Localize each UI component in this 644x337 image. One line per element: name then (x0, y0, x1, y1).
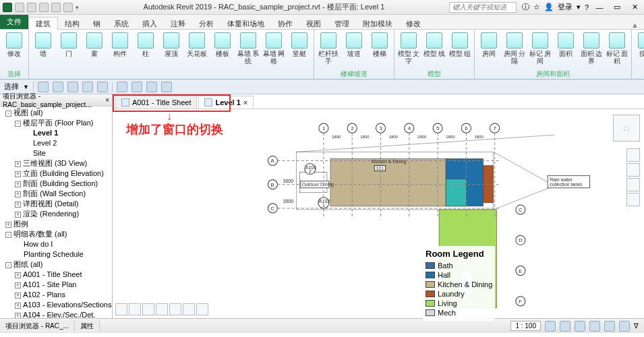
tree-toggle-icon[interactable]: + (15, 272, 21, 278)
help-search-input[interactable] (449, 2, 517, 13)
qat-print-icon[interactable] (63, 3, 73, 12)
status-tab-browser[interactable]: 项目浏览器 - RAC_... (0, 320, 75, 332)
ribbon-tab-修改[interactable]: 修改 (399, 18, 428, 30)
tree-node[interactable]: +剖面 (Building Section) (1, 179, 111, 189)
tree-toggle-icon[interactable]: + (15, 191, 21, 197)
ribbon-btn-窗[interactable]: 窗 (83, 31, 106, 69)
help-icon[interactable]: ? (585, 3, 589, 11)
app-logo-icon[interactable] (3, 3, 12, 12)
status-tab-properties[interactable]: 属性 (75, 320, 100, 332)
tree-toggle-icon[interactable]: + (15, 313, 21, 318)
qat-undo-icon[interactable] (39, 3, 49, 12)
restore-button[interactable]: ▭ (610, 3, 624, 11)
ribbon-tab-建筑[interactable]: 建筑 (28, 17, 58, 30)
ribbon-tab-管理[interactable]: 管理 (328, 18, 356, 30)
close-button[interactable]: ✕ (628, 3, 641, 11)
ribbon-btn-门[interactable]: 门 (57, 31, 80, 69)
vc-crop-icon[interactable] (183, 303, 195, 315)
status-icon-4[interactable] (589, 321, 600, 332)
tree-toggle-icon[interactable]: + (15, 293, 21, 299)
project-browser-tree[interactable]: -视图 (all)-楼层平面 (Floor Plan)Level 1Level … (0, 106, 112, 318)
ribbon-tab-协作[interactable]: 协作 (271, 18, 299, 30)
tree-node[interactable]: How do I (1, 239, 111, 249)
ribbon-tab-结构[interactable]: 结构 (58, 18, 86, 30)
tree-node[interactable]: Planting Schedule (1, 249, 111, 259)
ribbon-btn-模型线[interactable]: 模型 线 (423, 31, 446, 69)
tree-toggle-icon[interactable]: + (15, 282, 21, 288)
tree-toggle-icon[interactable]: + (15, 212, 21, 218)
status-filter-icon[interactable]: ∇ (634, 322, 639, 330)
ribbon-btn-坡道[interactable]: 坡道 (343, 31, 365, 69)
tree-node[interactable]: +A104 - Elev./Sec./Det. (1, 310, 111, 318)
tree-node[interactable]: -楼层平面 (Floor Plan) (1, 118, 111, 128)
obar-icon-8[interactable] (146, 82, 157, 92)
tree-node[interactable]: +渲染 (Rendering) (1, 209, 111, 219)
ribbon-btn-修改[interactable]: 修改 (3, 31, 26, 69)
tree-node[interactable]: +A102 - Plans (1, 290, 111, 300)
ribbon-tab-插入[interactable]: 插入 (136, 18, 164, 30)
tab-close-icon[interactable]: × (243, 98, 247, 106)
ribbon-tab-注释[interactable]: 注释 (164, 18, 192, 30)
user-icon[interactable]: 👤 (544, 3, 554, 11)
status-icon-1[interactable] (545, 321, 556, 332)
obar-icon-6[interactable] (117, 82, 127, 92)
tree-node[interactable]: +剖面 (Wall Section) (1, 189, 111, 199)
ribbon-btn-标记面积[interactable]: 标记 面积 (606, 31, 628, 69)
tree-toggle-icon[interactable]: - (5, 111, 11, 117)
ribbon-btn-天花板[interactable]: 天花板 (185, 31, 208, 69)
vc-shadow-icon[interactable] (169, 303, 181, 315)
tree-toggle-icon[interactable]: + (15, 171, 21, 177)
vc-scale-icon[interactable] (115, 303, 127, 315)
ribbon-tab-附加模块[interactable]: 附加模块 (356, 18, 399, 30)
ribbon-btn-房间分隔[interactable]: 房间 分隔 (503, 31, 526, 69)
vc-sun-icon[interactable] (156, 303, 168, 315)
obar-icon-2[interactable] (53, 82, 63, 92)
status-icon-6[interactable] (619, 321, 630, 332)
vc-hide-icon[interactable] (196, 303, 208, 315)
ribbon-btn-墙[interactable]: 墙 (32, 31, 55, 69)
obar-icon-7[interactable] (131, 82, 142, 92)
star-icon[interactable]: ☆ (533, 3, 540, 11)
tree-node[interactable]: Site (1, 148, 111, 158)
ribbon-btn-竖梃[interactable]: 竖梃 (288, 31, 311, 69)
qat-save-icon[interactable] (27, 3, 36, 12)
login-label[interactable]: 登录 (558, 2, 573, 12)
ribbon-btn-楼板[interactable]: 楼板 (211, 31, 234, 69)
ribbon-btn-构件[interactable]: 构件 (109, 31, 131, 69)
tree-toggle-icon[interactable]: + (15, 161, 21, 167)
ribbon-btn-屋顶[interactable]: 屋顶 (160, 31, 183, 69)
obar-icon-5[interactable] (97, 82, 108, 92)
ribbon-tab-体量和场地[interactable]: 体量和场地 (221, 18, 271, 30)
vc-style-icon[interactable] (142, 303, 154, 315)
obar-icon-9[interactable] (161, 82, 172, 92)
status-icon-3[interactable] (575, 321, 585, 332)
ribbon-btn-柱[interactable]: 柱 (134, 31, 157, 69)
minimize-button[interactable]: — (593, 3, 606, 11)
ribbon-tab-视图[interactable]: 视图 (299, 18, 328, 30)
status-scale[interactable]: 1 : 100 (510, 321, 541, 331)
ribbon-btn-按面[interactable]: 按面 (635, 31, 644, 69)
obar-icon-4[interactable] (82, 82, 93, 92)
tree-node[interactable]: -明细表/数量 (all) (1, 229, 111, 239)
tree-toggle-icon[interactable]: + (5, 222, 11, 228)
qat-open-icon[interactable] (15, 3, 24, 12)
tree-node[interactable]: +详图视图 (Detail) (1, 199, 111, 209)
tree-node[interactable]: +A001 - Title Sheet (1, 270, 111, 280)
status-icon-5[interactable] (604, 321, 615, 332)
ribbon-btn-幕墙网格[interactable]: 幕墙 网格 (262, 31, 285, 69)
obar-icon-3[interactable] (67, 82, 78, 92)
options-dropdown-icon[interactable]: ▼ (23, 84, 29, 90)
vc-detail-icon[interactable] (129, 303, 141, 315)
tree-node[interactable]: -图纸 (all) (1, 259, 111, 270)
tree-node[interactable]: -视图 (all) (1, 108, 111, 118)
ribbon-tab-分析[interactable]: 分析 (192, 18, 221, 30)
ribbon-btn-栏杆扶手[interactable]: 栏杆扶手 (317, 31, 340, 69)
canvas-area[interactable]: A001 - Title SheetLevel 1× ↓ 增加了窗口的切换 ⬚ (113, 94, 644, 318)
ribbon-btn-模型文字[interactable]: 模型 文字 (397, 31, 420, 69)
ribbon-tab-钢[interactable]: 钢 (86, 18, 107, 30)
ribbon-tab-file[interactable]: 文件 (0, 15, 28, 29)
ribbon-btn-面积边界[interactable]: 面积 边界 (580, 31, 603, 69)
drawing-viewport[interactable]: 1180021800318004180051800618007 ABCCDEF … (234, 115, 631, 311)
tree-node[interactable]: +三维视图 (3D View) (1, 158, 111, 168)
ribbon-tab-系统[interactable]: 系统 (107, 18, 136, 30)
